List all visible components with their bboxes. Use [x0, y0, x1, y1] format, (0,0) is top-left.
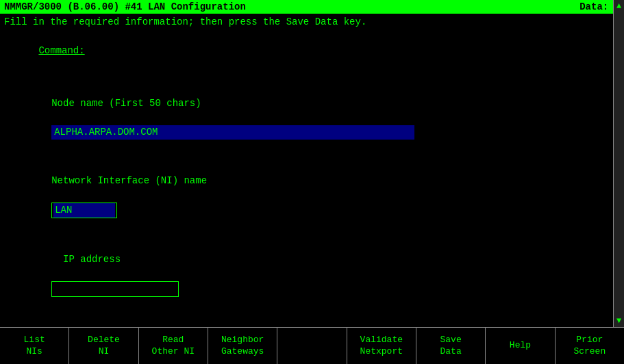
neighbor-gateways-button[interactable]: Neighbor Gateways [208, 328, 277, 364]
title-text: NMMGR/3000 (B.06.00) #41 LAN Configurati… [4, 1, 246, 12]
validate-netxport-button[interactable]: Validate Netxport [347, 328, 416, 364]
prior-screen-button[interactable]: Prior Screen [556, 328, 624, 364]
header-info: Fill in the required information; then p… [0, 14, 624, 74]
ip-address-row: IP address [5, 238, 608, 311]
node-name-spacer [51, 112, 57, 123]
node-name-input[interactable]: ALPHA.ARPA.DOM.COM [51, 125, 414, 140]
scroll-down-arrow[interactable]: ▼ [615, 315, 623, 327]
main-screen: NMMGR/3000 (B.06.00) #41 LAN Configurati… [0, 0, 624, 364]
command-label: Command: [38, 45, 84, 56]
scrollbar[interactable]: ▲ ▼ [613, 0, 624, 327]
command-line: Command: [4, 29, 620, 73]
node-name-row: Node name (First 50 chars) ALPHA.ARPA.DO… [5, 82, 608, 154]
node-name-label: Node name (First 50 chars) [51, 98, 201, 109]
save-data-button[interactable]: Save Data [416, 328, 486, 364]
blank-button [277, 328, 347, 364]
form-content: Node name (First 50 chars) ALPHA.ARPA.DO… [0, 74, 624, 327]
ip-subnet-row: IP subnet mask (optional) [5, 311, 608, 327]
help-button[interactable]: Help [486, 328, 555, 364]
scroll-up-arrow[interactable]: ▲ [615, 0, 623, 12]
content-area: Node name (First 50 chars) ALPHA.ARPA.DO… [0, 74, 624, 327]
title-bar: NMMGR/3000 (B.06.00) #41 LAN Configurati… [0, 0, 624, 14]
ip-address-input[interactable] [51, 281, 179, 297]
list-nis-button[interactable]: List NIs [0, 328, 69, 364]
delete-ni-button[interactable]: Delete NI [69, 328, 138, 364]
ni-spacer [51, 190, 63, 200]
ni-label: Network Interface (NI) name [51, 175, 207, 186]
ni-row: Network Interface (NI) name LAN [5, 159, 608, 233]
toolbar: List NIs Delete NI Read Other NI Neighbo… [0, 327, 624, 364]
ip-address-label: IP address [51, 254, 121, 265]
ni-input[interactable]: LAN [51, 203, 117, 218]
read-other-ni-button[interactable]: Read Other NI [139, 328, 208, 364]
header-line1: Fill in the required information; then p… [4, 15, 620, 29]
